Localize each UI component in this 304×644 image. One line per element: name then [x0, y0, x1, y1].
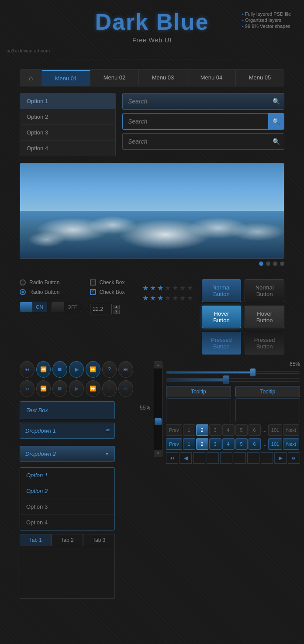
page-2-1[interactable]: 2	[196, 424, 208, 436]
radio-button-2[interactable]	[20, 289, 26, 295]
media-btn-help-2[interactable]: ?	[102, 380, 117, 397]
dropdown-option-2[interactable]: Option 2	[20, 109, 115, 125]
page-icon-6[interactable]	[261, 452, 273, 464]
page-3-1[interactable]: 3	[209, 424, 221, 436]
checkbox-1[interactable]	[90, 279, 96, 286]
media-btn-end-1[interactable]: ⏭	[118, 361, 133, 378]
radio-button-1[interactable]	[20, 279, 26, 286]
page-icon-5[interactable]	[247, 452, 259, 464]
normal-button-dark[interactable]: Normal Button	[245, 279, 284, 302]
media-btn-rewind-1[interactable]: ⏪	[36, 361, 51, 378]
slider-dot-3[interactable]	[273, 262, 277, 266]
dropdown-1[interactable]: Dropdown 1 ☰	[20, 423, 115, 439]
star-2-6[interactable]: ★	[180, 294, 186, 302]
star-2-3[interactable]: ★	[157, 294, 163, 302]
vertical-slider-thumb[interactable]	[155, 418, 162, 425]
spinner-down[interactable]: ▼	[114, 310, 120, 314]
page-101-1[interactable]: 101	[268, 424, 282, 436]
media-btn-end-2[interactable]: ⏭	[118, 380, 133, 397]
media-btn-forward-1[interactable]: ⏩	[86, 361, 100, 378]
dropdown-option-3[interactable]: Option 3	[20, 125, 115, 141]
nav-item-menu04[interactable]: Menu 04	[187, 70, 236, 86]
page-next-2[interactable]: Next	[283, 438, 299, 450]
page-icon-next[interactable]: ▶	[274, 452, 287, 464]
page-6-2[interactable]: 6	[249, 438, 261, 450]
slider-dot-4[interactable]	[280, 262, 284, 266]
page-4-1[interactable]: 4	[222, 424, 235, 436]
page-5-1[interactable]: 5	[235, 424, 248, 436]
slider-dot-1[interactable]	[259, 262, 263, 266]
media-btn-forward-2[interactable]: ⏩	[86, 380, 100, 397]
search-input-3[interactable]	[123, 134, 268, 149]
dropdown-2[interactable]: Dropdown 2 ▼	[20, 446, 115, 462]
hover-button-blue[interactable]: Hover Button	[202, 306, 242, 328]
star-2-1[interactable]: ★	[142, 294, 149, 302]
page-icon-2[interactable]	[207, 452, 219, 464]
star-2-2[interactable]: ★	[150, 294, 156, 302]
nav-home-button[interactable]: ⌂	[20, 70, 42, 86]
page-6-1[interactable]: 6	[249, 424, 261, 436]
page-prev-1[interactable]: Prev	[166, 424, 182, 436]
tab-2[interactable]: Tab 2	[52, 534, 83, 546]
page-3-2[interactable]: 3	[209, 438, 221, 450]
nav-item-menu01[interactable]: Menu 01	[42, 70, 90, 86]
slider-dot-2[interactable]	[266, 262, 270, 266]
search-button-1[interactable]: 🔍	[268, 93, 284, 109]
normal-button-blue[interactable]: Normal Button	[202, 279, 242, 302]
media-btn-rewind-start-2[interactable]: ⏮	[20, 380, 35, 397]
page-5-2[interactable]: 5	[235, 438, 248, 450]
dropdown-option-4[interactable]: Option 4	[20, 141, 115, 156]
media-btn-rewind-start-1[interactable]: ⏮	[20, 361, 35, 378]
vertical-slider-down[interactable]: ▼	[154, 450, 162, 457]
media-btn-stop-1[interactable]: ⏹	[52, 361, 67, 378]
star-1-2[interactable]: ★	[150, 284, 156, 292]
spinner-input[interactable]	[90, 304, 112, 314]
star-2-7[interactable]: ★	[187, 294, 193, 302]
page-4-2[interactable]: 4	[222, 438, 235, 450]
toggle-on[interactable]: ON	[20, 302, 47, 312]
tab-1[interactable]: Tab 1	[20, 534, 52, 546]
star-1-1[interactable]: ★	[142, 284, 149, 292]
media-btn-play-1[interactable]: ▶	[69, 361, 84, 378]
pressed-button-blue[interactable]: Pressed Button	[202, 332, 242, 355]
star-1-5[interactable]: ★	[172, 284, 178, 292]
star-1-7[interactable]: ★	[187, 284, 193, 292]
vertical-slider-track[interactable]: ▲ ▼	[154, 361, 162, 457]
media-btn-play-2[interactable]: ▶	[69, 380, 84, 397]
text-box[interactable]	[20, 401, 115, 419]
page-icon-1[interactable]	[193, 452, 205, 464]
pressed-button-dark[interactable]: Pressed Button	[245, 332, 284, 355]
list-item-2[interactable]: Option 2	[20, 483, 114, 499]
tooltip-2-label[interactable]: Tooltip	[235, 386, 301, 397]
checkbox-2[interactable]	[90, 289, 96, 295]
search-button-3[interactable]: 🔍	[268, 134, 284, 149]
media-btn-help-1[interactable]: ?	[102, 361, 117, 378]
h-slider-2-thumb[interactable]	[223, 375, 229, 384]
spinner-up[interactable]: ▲	[114, 305, 120, 309]
nav-item-menu02[interactable]: Menu 02	[90, 70, 139, 86]
tab-3[interactable]: Tab 3	[83, 534, 115, 546]
search-button-2[interactable]: 🔍	[268, 114, 284, 129]
page-icon-first[interactable]: ⏮	[166, 452, 178, 464]
nav-item-menu03[interactable]: Menu 03	[139, 70, 187, 86]
nav-item-menu05[interactable]: Menu 05	[236, 70, 284, 86]
star-1-6[interactable]: ★	[180, 284, 186, 292]
star-2-5[interactable]: ★	[172, 294, 178, 302]
page-prev-2[interactable]: Prev	[166, 438, 182, 450]
page-next-1[interactable]: Next	[283, 424, 299, 436]
list-item-1[interactable]: Option 1	[20, 468, 114, 483]
dropdown-option-1[interactable]: Option 1	[20, 93, 115, 109]
star-1-3[interactable]: ★	[157, 284, 163, 292]
list-item-3[interactable]: Option 3	[20, 499, 114, 515]
h-slider-1-track[interactable]	[166, 371, 300, 374]
vertical-slider-up[interactable]: ▲	[154, 362, 162, 368]
star-2-4[interactable]: ★	[165, 294, 171, 302]
page-icon-3[interactable]	[220, 452, 232, 464]
media-btn-stop-2[interactable]: ⏹	[52, 380, 67, 397]
page-icon-last[interactable]: ⏭	[288, 452, 300, 464]
page-1-1[interactable]: 1	[183, 424, 195, 436]
page-icon-prev[interactable]: ◀	[180, 452, 192, 464]
page-1-2[interactable]: 1	[183, 438, 195, 450]
search-input-1[interactable]	[123, 93, 268, 109]
page-101-2[interactable]: 101	[268, 438, 282, 450]
